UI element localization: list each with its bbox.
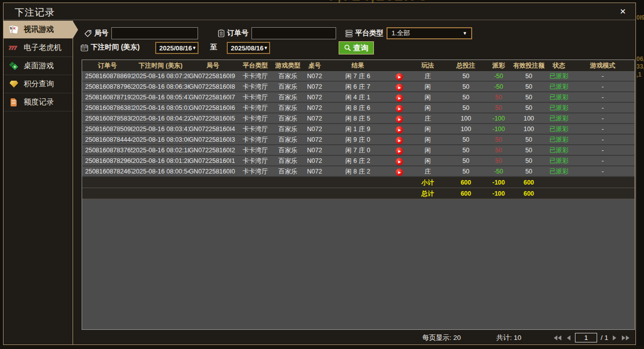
cell-payout: -100: [487, 177, 511, 188]
next-page-button[interactable]: [612, 334, 617, 341]
sidebar-item-table-games[interactable]: 桌面游戏: [4, 57, 73, 75]
cell-valid_bet: 600: [510, 188, 547, 199]
sidebar-item-slots[interactable]: 777 电子老虎机: [4, 39, 73, 57]
table-row: 2508160878509872025-08-16 08:03:41GN0722…: [82, 124, 634, 135]
cell-order: 250816087850987: [82, 124, 133, 135]
cell-mode: [571, 188, 634, 199]
cell-payout: -50: [487, 166, 511, 177]
cell-status: 已派彩: [547, 103, 571, 113]
column-header: [389, 60, 410, 71]
cell-playtype: 庄: [410, 166, 445, 177]
cell-status: 已派彩: [547, 82, 571, 92]
total-row: 总计600-100600: [82, 188, 634, 199]
close-icon[interactable]: ✕: [617, 6, 628, 17]
cell-valid_bet: 50: [510, 145, 547, 156]
order-number-input[interactable]: [251, 27, 336, 39]
cell-payout: 50: [487, 103, 511, 113]
cell-game: 百家乐: [273, 71, 302, 82]
query-button[interactable]: 查询: [339, 41, 374, 54]
cell-result: 闲 6 庄 7: [327, 82, 389, 92]
cell-play: ▶: [389, 92, 410, 103]
pagination-bar: 每页显示: 20 共计: 10 / 1: [73, 330, 635, 346]
cell-payout: -50: [487, 82, 511, 92]
per-page-label: 每页显示: 20: [422, 333, 461, 342]
play-video-icon[interactable]: ▶: [396, 115, 403, 123]
background-text-fragment: ,1: [636, 71, 641, 78]
cell-order: 250816087829607: [82, 156, 133, 166]
records-table: 订单号下注时间 (美东)局号平台类型游戏类型桌号结果玩法总投注派彩有效投注额状态…: [82, 60, 635, 330]
round-number-label: 局号: [84, 29, 108, 38]
play-video-icon[interactable]: ▶: [396, 126, 403, 134]
cell-play: ▶: [389, 135, 410, 145]
cell-time: 2025-08-16 08:03:41: [133, 124, 189, 135]
cell-mode: -: [571, 166, 634, 177]
cell-result: 闲 1 庄 9: [327, 124, 389, 135]
prev-page-button[interactable]: [566, 334, 571, 341]
page-number-input[interactable]: [575, 333, 597, 342]
platform-type-value: 1.全部: [392, 29, 410, 38]
first-page-button[interactable]: [553, 334, 562, 341]
date-from-select[interactable]: 2025/08/16 ▼: [155, 42, 199, 54]
cell-valid_bet: 600: [510, 177, 547, 188]
cell-result: 闲 7 庄 6: [327, 71, 389, 82]
play-video-icon[interactable]: ▶: [396, 105, 403, 112]
app-background: 7,714,162.78 0I906,33,,1 下注记录 ✕ 9K 视讯游戏 …: [0, 0, 644, 349]
sidebar: 9K 视讯游戏 777 电子老虎机 桌面游戏 积分查询: [4, 21, 73, 344]
cell-play: ▶: [389, 145, 410, 156]
pager: / 1: [553, 333, 630, 342]
tag-icon: [84, 30, 92, 37]
cell-round: GN072258160I6: [189, 103, 237, 113]
sidebar-item-points-query[interactable]: 积分查询: [4, 75, 73, 93]
cell-valid_bet: 100: [510, 113, 547, 124]
cell-order: 250816087858300: [82, 113, 133, 124]
cell-table: N072: [302, 166, 327, 177]
cell-result: 闲 8 庄 5: [327, 113, 389, 124]
table-row: 2508160878796342025-08-16 08:06:36GN0722…: [82, 82, 634, 92]
cell-playtype: 闲: [410, 82, 445, 92]
play-video-icon[interactable]: ▶: [396, 73, 403, 81]
cell-total_bet: 100: [445, 113, 487, 124]
cell-mode: -: [571, 71, 634, 82]
cell-total_bet: 50: [445, 156, 487, 166]
column-header: 游戏类型: [273, 60, 302, 71]
cell-playtype: 闲: [410, 103, 445, 113]
cell-platform: 卡卡湾厅: [237, 124, 273, 135]
column-header: 下注时间 (美东): [133, 60, 189, 71]
play-video-icon[interactable]: ▶: [396, 168, 403, 176]
cell-result: 闲 9 庄 0: [327, 135, 389, 145]
cell-round: GN072258160I1: [189, 156, 237, 166]
play-video-icon[interactable]: ▶: [396, 147, 403, 155]
cell-table: N072: [302, 103, 327, 113]
sidebar-item-credit-records[interactable]: 额度记录: [4, 93, 73, 111]
cell-playtype: 总计: [410, 188, 445, 199]
table-row: 2508160878376532025-08-16 08:02:18GN0722…: [82, 145, 634, 156]
cell-game: 百家乐: [273, 124, 302, 135]
cell-status: 已派彩: [547, 92, 571, 103]
cell-round: GN072258160I5: [189, 113, 237, 124]
cell-table: N072: [302, 135, 327, 145]
betting-records-dialog: 下注记录 ✕ 9K 视讯游戏 777 电子老虎机 桌面游戏: [3, 3, 636, 345]
last-page-button[interactable]: [621, 334, 630, 341]
platform-type-select[interactable]: 1.全部 ▼: [387, 27, 472, 39]
play-video-icon[interactable]: ▶: [396, 94, 403, 102]
cell-game: 百家乐: [273, 166, 302, 177]
cell-table: [302, 177, 327, 188]
play-video-icon[interactable]: ▶: [396, 137, 403, 144]
date-to-select[interactable]: 2025/08/16 ▼: [227, 42, 270, 54]
cell-table: N072: [302, 124, 327, 135]
cell-platform: 卡卡湾厅: [237, 103, 273, 113]
cell-play: ▶: [389, 156, 410, 166]
round-number-input[interactable]: [111, 27, 198, 39]
sidebar-item-live-games[interactable]: 9K 视讯游戏: [4, 21, 73, 39]
query-button-label: 查询: [353, 43, 368, 53]
cell-total_bet: 600: [445, 177, 487, 188]
cell-total_bet: 50: [445, 103, 487, 113]
table-row: 2508160878246772025-08-16 08:00:54GN0722…: [82, 166, 634, 177]
play-video-icon[interactable]: ▶: [396, 84, 403, 91]
cell-play: [389, 188, 410, 199]
cell-total_bet: 50: [445, 135, 487, 145]
play-video-icon[interactable]: ▶: [396, 158, 403, 165]
cell-result: [327, 188, 389, 199]
background-text-fragment: 0I9: [636, 14, 644, 21]
cell-status: [547, 188, 571, 199]
